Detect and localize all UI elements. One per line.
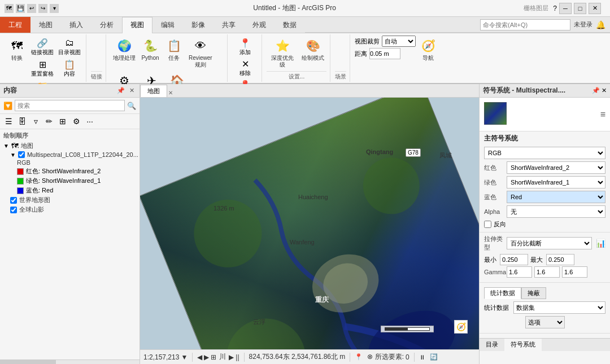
world-terrain-checkbox[interactable] bbox=[10, 197, 17, 204]
btn-catalog-view[interactable]: 🗂 目录视图 bbox=[56, 36, 82, 56]
tab-view[interactable]: 视图 bbox=[122, 17, 152, 33]
distance-input[interactable] bbox=[369, 48, 400, 59]
map-canvas[interactable]: Qingtang Laolong 凤城 Huaicheng Wanfeng 重庆… bbox=[140, 98, 479, 349]
btn-depth-priority[interactable]: ⭐ 深度优先级 bbox=[267, 36, 298, 69]
gamma-r-input[interactable] bbox=[507, 266, 532, 278]
quick-access-save[interactable]: 💾 bbox=[16, 4, 25, 13]
btn-navigate[interactable]: 🧭 导航 bbox=[417, 36, 439, 63]
scale-display[interactable]: 1:2,157,213 ▼ bbox=[143, 353, 188, 361]
rgb-green-label: 绿色: ShortWaveInfrared_1 bbox=[26, 177, 101, 185]
stat-tab-mask[interactable]: 掩蔽 bbox=[521, 287, 546, 299]
toc-edit-btn[interactable]: ✏ bbox=[43, 115, 55, 128]
nav-prev-btn[interactable]: ◀ bbox=[197, 353, 202, 361]
play-btn[interactable]: ▶ bbox=[229, 353, 234, 361]
auto-select[interactable]: 自动 bbox=[382, 36, 416, 47]
location-btn[interactable]: 📍 bbox=[355, 353, 363, 361]
invert-checkbox[interactable] bbox=[484, 221, 491, 228]
layer-visibility-checkbox[interactable] bbox=[18, 151, 25, 158]
minimize-btn[interactable]: ─ bbox=[559, 3, 572, 14]
toc-settings-btn[interactable]: ⚙ bbox=[70, 115, 82, 128]
global-hillshade-checkbox[interactable] bbox=[10, 207, 17, 213]
toc-list-view-btn[interactable]: ☰ bbox=[2, 115, 15, 128]
tab-appearance[interactable]: 外观 bbox=[244, 17, 274, 33]
symbol-preview-svg bbox=[484, 102, 507, 125]
red-channel-select[interactable]: ShortWaveInfrared_2 bbox=[507, 161, 605, 174]
help-btn[interactable]: ? bbox=[553, 5, 557, 12]
reviewer-icon: 👁 bbox=[191, 37, 210, 55]
search-icon[interactable]: 🔍 bbox=[127, 102, 136, 110]
quick-access-undo[interactable]: ↩ bbox=[27, 4, 36, 13]
tab-share[interactable]: 共享 bbox=[213, 17, 244, 33]
zoom-in-btn[interactable]: ⊞ bbox=[211, 353, 216, 361]
max-input[interactable] bbox=[546, 254, 574, 265]
btn-add-animation[interactable]: 📍 添加 bbox=[232, 36, 258, 56]
toc-scrollbar[interactable] bbox=[0, 360, 56, 364]
rgb-mode-select[interactable]: RGB bbox=[484, 147, 605, 159]
stat-data-select[interactable]: 数据集 bbox=[513, 301, 605, 314]
notification-icon[interactable]: 🔔 bbox=[596, 20, 605, 29]
toc-layer-item[interactable]: ▼ Multispectral_LC08_L1TP_122044_20... bbox=[8, 151, 138, 159]
bottom-tab-catalog[interactable]: 目录 bbox=[480, 339, 504, 351]
tab-imagery[interactable]: 影像 bbox=[183, 17, 213, 33]
stat-tab-data[interactable]: 统计数据 bbox=[484, 287, 521, 299]
refresh-map-btn[interactable]: 🔄 bbox=[430, 353, 438, 361]
btn-transform[interactable]: 🗺 转换 bbox=[6, 36, 28, 63]
options-select[interactable]: 选项 bbox=[525, 316, 565, 328]
toc-search-input[interactable] bbox=[15, 100, 125, 111]
stretch-type-select[interactable]: 百分比截断 bbox=[507, 237, 592, 249]
btn-python[interactable]: 🐍 Python bbox=[139, 36, 162, 63]
btn-remove-animation[interactable]: ✕ 移除 bbox=[232, 56, 258, 77]
stretch-type-label: 拉伸类型 bbox=[484, 235, 504, 252]
toc-pin-btn[interactable]: 📌 bbox=[116, 86, 125, 95]
quick-access-more[interactable]: ▾ bbox=[50, 4, 59, 13]
toc-global-hillshade[interactable]: 全球山影 bbox=[8, 205, 138, 214]
draw-mode-icon: 🎨 bbox=[304, 37, 322, 55]
bottom-tab-symbols[interactable]: 符号系统 bbox=[504, 339, 542, 351]
map-nav-btn[interactable]: 🧭 bbox=[454, 320, 468, 334]
tab-analysis[interactable]: 分析 bbox=[91, 17, 122, 33]
symbol-close-btn[interactable]: ✕ bbox=[602, 87, 607, 94]
pause-btn[interactable]: || bbox=[236, 353, 239, 361]
btn-reviewer[interactable]: 👁 Reviewer 规则 bbox=[186, 36, 215, 69]
btn-reset-pane[interactable]: ⊞ 重置窗格 bbox=[29, 57, 55, 77]
map-tab[interactable]: 地图 bbox=[140, 85, 167, 97]
btn-draw-mode[interactable]: 🎨 绘制模式 bbox=[299, 36, 326, 63]
toc-map-item[interactable]: ▼ 🗺 地图 bbox=[1, 141, 138, 151]
blue-channel-select[interactable]: Red bbox=[507, 191, 605, 203]
histogram-icon[interactable]: 📊 bbox=[596, 239, 605, 248]
scale-dropdown-icon[interactable]: ▼ bbox=[181, 353, 188, 361]
toc-world-terrain[interactable]: 世界地形图 bbox=[8, 195, 138, 205]
toc-filter-btn[interactable]: ▿ bbox=[29, 115, 42, 128]
btn-contents[interactable]: 📋 内容 bbox=[56, 57, 82, 77]
symbol-pin-btn[interactable]: 📌 bbox=[592, 87, 600, 94]
min-input[interactable] bbox=[500, 254, 528, 265]
map-tab-bar: 地图 ✕ bbox=[140, 84, 479, 98]
gamma-g-input[interactable] bbox=[534, 266, 560, 278]
gamma-b-input[interactable] bbox=[562, 266, 587, 278]
toc-close-btn[interactable]: ✕ bbox=[127, 86, 136, 95]
green-channel-select[interactable]: ShortWaveInfrared_1 bbox=[507, 176, 605, 188]
tab-edit[interactable]: 编辑 bbox=[152, 17, 183, 33]
quick-access-redo[interactable]: ↪ bbox=[38, 4, 47, 13]
btn-geoprocessing[interactable]: 🌍 地理处理 bbox=[111, 36, 138, 63]
coordinates-text: 824,753.64东 2,534,761.86北 m bbox=[249, 352, 346, 362]
ribbon-search[interactable] bbox=[480, 19, 570, 30]
tab-data[interactable]: 数据 bbox=[274, 17, 305, 33]
map-close-btn[interactable]: ✕ bbox=[168, 90, 173, 96]
toc-db-btn[interactable]: 🗄 bbox=[16, 115, 28, 128]
toc-more-btn[interactable]: ··· bbox=[84, 115, 96, 128]
alpha-select[interactable]: 无 bbox=[507, 205, 605, 218]
toc-add-btn[interactable]: ⊞ bbox=[56, 115, 69, 128]
btn-link-view[interactable]: 🔗 链接视图 bbox=[29, 36, 55, 56]
user-account[interactable]: 未登录 bbox=[574, 20, 592, 29]
tab-project[interactable]: 工程 bbox=[0, 17, 30, 33]
close-btn[interactable]: ✕ bbox=[589, 3, 601, 14]
blue-channel-row: 蓝色 Red bbox=[484, 191, 605, 203]
pause-map-btn[interactable]: ⏸ bbox=[419, 354, 425, 361]
tab-insert[interactable]: 插入 bbox=[61, 17, 91, 33]
nav-next-btn[interactable]: ▶ bbox=[204, 353, 209, 361]
symbol-menu-btn[interactable]: ≡ bbox=[600, 109, 605, 120]
tab-map[interactable]: 地图 bbox=[30, 17, 61, 33]
maximize-btn[interactable]: □ bbox=[574, 3, 586, 14]
btn-tasks[interactable]: 📋 任务 bbox=[163, 36, 185, 63]
